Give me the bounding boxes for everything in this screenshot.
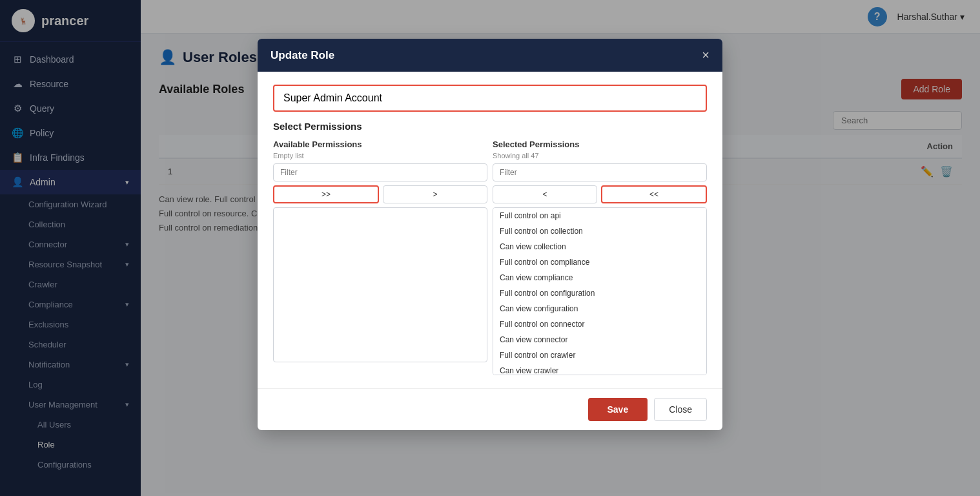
permission-list-item[interactable]: Full control on configuration — [493, 285, 706, 301]
transfer-area: Available Permissions Empty list >> > — [273, 140, 707, 375]
available-permissions-list[interactable] — [273, 207, 487, 362]
selected-filter-input[interactable] — [493, 163, 707, 181]
selected-panel-title: Selected Permissions — [493, 140, 707, 149]
available-panel-count: Empty list — [273, 152, 487, 160]
permission-list-item[interactable]: Full control on connector — [493, 316, 706, 332]
close-button[interactable]: Close — [654, 398, 707, 421]
move-all-right-button[interactable]: >> — [273, 185, 379, 203]
modal-header: Update Role × — [258, 39, 722, 72]
select-permissions-title: Select Permissions — [273, 121, 707, 132]
available-filter-input[interactable] — [273, 163, 487, 181]
selected-permissions-list[interactable]: Full control on apiFull control on colle… — [493, 207, 707, 375]
modal-footer: Save Close — [258, 388, 722, 430]
update-role-modal: Update Role × Select Permissions Availab… — [258, 39, 722, 430]
selected-permissions-panel: Selected Permissions Showing all 47 < <<… — [493, 140, 707, 375]
permission-list-item[interactable]: Can view configuration — [493, 301, 706, 316]
role-name-input[interactable] — [273, 85, 707, 112]
selected-panel-count: Showing all 47 — [493, 152, 707, 160]
available-panel-title: Available Permissions — [273, 140, 487, 149]
permission-list-item[interactable]: Can view compliance — [493, 270, 706, 285]
available-permissions-panel: Available Permissions Empty list >> > — [273, 140, 487, 362]
permission-list-item[interactable]: Full control on api — [493, 208, 706, 223]
permission-list-item[interactable]: Full control on crawler — [493, 347, 706, 363]
modal-title: Update Role — [271, 49, 334, 62]
modal-close-button[interactable]: × — [702, 48, 709, 63]
main-content: ? Harshal.Suthar ▾ 👤 User Roles Availabl… — [141, 0, 980, 496]
modal-overlay: Update Role × Select Permissions Availab… — [141, 0, 980, 496]
permission-list-item[interactable]: Can view collection — [493, 239, 706, 254]
permission-list-item[interactable]: Can view connector — [493, 332, 706, 347]
permission-list-item[interactable]: Full control on compliance — [493, 254, 706, 270]
save-button[interactable]: Save — [588, 398, 648, 421]
move-all-left-button[interactable]: << — [601, 185, 707, 203]
move-right-button[interactable]: > — [383, 185, 487, 203]
permission-list-item[interactable]: Full control on collection — [493, 223, 706, 239]
move-left-button[interactable]: < — [493, 185, 597, 203]
modal-body: Select Permissions Available Permissions… — [258, 72, 722, 388]
permission-list-item[interactable]: Can view crawler — [493, 363, 706, 375]
